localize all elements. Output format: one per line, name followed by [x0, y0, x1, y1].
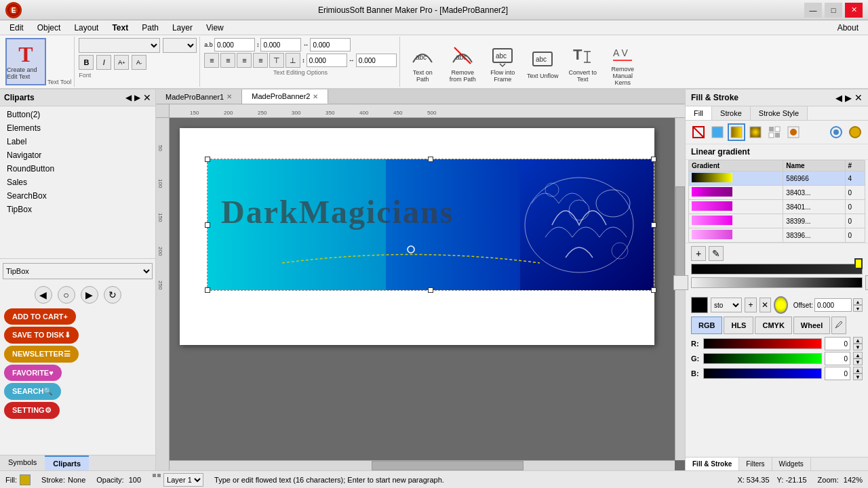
flow-into-frame-button[interactable]: abc Flow into Frame [484, 41, 521, 85]
fill-marker-end-icon[interactable] [846, 123, 864, 141]
horizontal-offset-input[interactable] [356, 54, 397, 67]
tab-close-2[interactable]: ✕ [313, 93, 318, 100]
clipart-item-roundbutton[interactable]: RoundButton [1, 162, 154, 176]
clipart-item-tipbox[interactable]: TipBox [1, 203, 154, 216]
font-family-select[interactable] [79, 38, 160, 53]
stroke-tab[interactable]: Stroke [712, 106, 751, 120]
gradient-row[interactable]: 38403... 0 [689, 186, 865, 200]
bold-button[interactable]: B [79, 55, 94, 70]
save-to-disk-button[interactable]: SAVE TO DISK ⬇ [4, 327, 79, 344]
nav-circle-button[interactable]: ○ [58, 286, 75, 304]
clipart-item-elements[interactable]: Elements [1, 121, 154, 135]
superscript-button[interactable]: A+ [114, 55, 129, 70]
cliparts-tab[interactable]: Cliparts [45, 455, 89, 470]
line-height-input[interactable] [310, 38, 351, 52]
r-up-btn[interactable]: ▲ [853, 337, 863, 344]
menu-layer[interactable]: Layer [165, 22, 199, 34]
remove-manual-kerns-button[interactable]: A V Remove Manual Kerns [604, 38, 642, 88]
offset-down-btn[interactable]: ▼ [853, 305, 863, 312]
menu-path[interactable]: Path [135, 22, 165, 34]
newsletter-button[interactable]: NEWSLETTER ☰ [4, 346, 79, 363]
remove-from-path-button[interactable]: abc Remove from Path [444, 41, 481, 85]
text-unflow-button[interactable]: abc Text Unflow [524, 43, 561, 83]
offset-input[interactable] [814, 298, 852, 312]
minimize-button[interactable]: — [804, 3, 822, 18]
offset-up-btn[interactable]: ▲ [853, 298, 863, 305]
fill-pattern-icon[interactable] [766, 123, 783, 141]
tab-madeprobanner2[interactable]: MadeProBanner2 ✕ [242, 89, 328, 104]
fs-arrow-left[interactable]: ◀ [835, 92, 842, 103]
clipart-item-button2[interactable]: Button(2) [1, 108, 154, 121]
fill-radial-gradient-icon[interactable] [747, 123, 764, 141]
b-slider[interactable] [703, 368, 822, 379]
menu-view[interactable]: View [199, 22, 231, 34]
clipart-item-sales[interactable]: Sales [1, 176, 154, 189]
r-down-btn[interactable]: ▼ [853, 344, 863, 350]
font-size-select[interactable] [163, 38, 197, 53]
layer-select[interactable]: Layer 1 [163, 473, 203, 487]
align-top-button[interactable]: ⊤ [269, 53, 284, 68]
menu-object[interactable]: Object [31, 22, 68, 34]
gradient-stop-handle[interactable] [854, 258, 863, 269]
wheel-mode-btn[interactable]: Wheel [793, 317, 830, 334]
gradient-row[interactable]: 586966 4 [689, 171, 865, 186]
canvas-content[interactable]: DarkMagicians [170, 118, 685, 470]
panel-arrow-left[interactable]: ◀ [125, 92, 132, 103]
panel-close[interactable]: ✕ [143, 92, 151, 103]
fill-tab[interactable]: Fill [686, 106, 712, 120]
clipart-item-searchbox[interactable]: SearchBox [1, 189, 154, 203]
symbols-tab[interactable]: Symbols [0, 455, 45, 470]
fill-swatch-icon[interactable] [785, 123, 802, 141]
gradient-row[interactable]: 38401... 0 [689, 200, 865, 214]
setting-button[interactable]: SETTING ⚙ [4, 402, 60, 419]
align-center-button[interactable]: ≡ [220, 53, 235, 68]
fill-stroke-bottom-tab[interactable]: Fill & Stroke [686, 458, 739, 470]
word-spacing-input[interactable] [260, 38, 301, 52]
vertical-offset-input[interactable] [307, 54, 347, 67]
color-add-btn[interactable]: + [745, 298, 756, 312]
letter-spacing-input[interactable] [214, 38, 255, 52]
convert-to-text-button[interactable]: T Convert to Text [564, 41, 601, 85]
fill-marker-start-icon[interactable] [827, 123, 845, 141]
menu-edit[interactable]: Edit [3, 22, 31, 34]
nav-prev-button[interactable]: ◀ [35, 286, 52, 304]
italic-button[interactable]: I [96, 55, 111, 70]
filters-bottom-tab[interactable]: Filters [739, 458, 772, 470]
b-down-btn[interactable]: ▼ [853, 373, 863, 380]
clipart-dropdown[interactable]: TipBox [3, 263, 153, 279]
g-value-input[interactable] [825, 352, 850, 365]
create-edit-text-button[interactable]: T Create and Edit Text [5, 38, 46, 85]
g-down-btn[interactable]: ▼ [853, 359, 863, 365]
gradient-row[interactable]: 38396... 0 [689, 228, 865, 243]
fs-close[interactable]: ✕ [854, 92, 863, 103]
align-justify-button[interactable]: ≡ [253, 53, 268, 68]
b-up-btn[interactable]: ▲ [853, 367, 863, 373]
widgets-bottom-tab[interactable]: Widgets [772, 458, 811, 470]
add-to-cart-button[interactable]: ADD TO CART + [4, 308, 76, 325]
panel-arrow-right[interactable]: ▶ [134, 92, 140, 103]
maximize-button[interactable]: □ [825, 3, 842, 18]
clipart-item-navigator[interactable]: Navigator [1, 148, 154, 162]
hls-mode-btn[interactable]: HLS [724, 317, 753, 334]
horizontal-scrollbar[interactable] [170, 460, 675, 470]
r-slider[interactable] [703, 338, 822, 349]
favorite-button[interactable]: FAVORITE ♥ [4, 365, 62, 381]
r-value-input[interactable] [825, 337, 850, 350]
align-right-button[interactable]: ≡ [237, 53, 252, 68]
align-bottom-button[interactable]: ⊥ [285, 53, 300, 68]
fs-arrow-right[interactable]: ▶ [845, 92, 852, 103]
h-scrollbar-thumb[interactable] [372, 461, 524, 470]
tab-madeprobanner1[interactable]: MadeProBanner1 ✕ [156, 89, 242, 104]
rgb-mode-btn[interactable]: RGB [691, 317, 722, 334]
subscript-button[interactable]: A- [132, 55, 146, 70]
edit-gradient-button[interactable]: ✎ [709, 246, 724, 261]
stroke-style-tab[interactable]: Stroke Style [751, 106, 808, 120]
nav-next-button[interactable]: ▶ [81, 286, 98, 304]
color-eyedropper-btn[interactable] [831, 317, 846, 334]
v-scrollbar-thumb[interactable] [675, 186, 685, 289]
nav-spin-button[interactable]: ↻ [104, 286, 121, 304]
close-button[interactable]: ✕ [845, 3, 863, 18]
fill-flat-color-icon[interactable] [709, 123, 726, 141]
add-stop-button[interactable]: + [691, 246, 706, 261]
fill-none-icon[interactable] [690, 123, 707, 141]
